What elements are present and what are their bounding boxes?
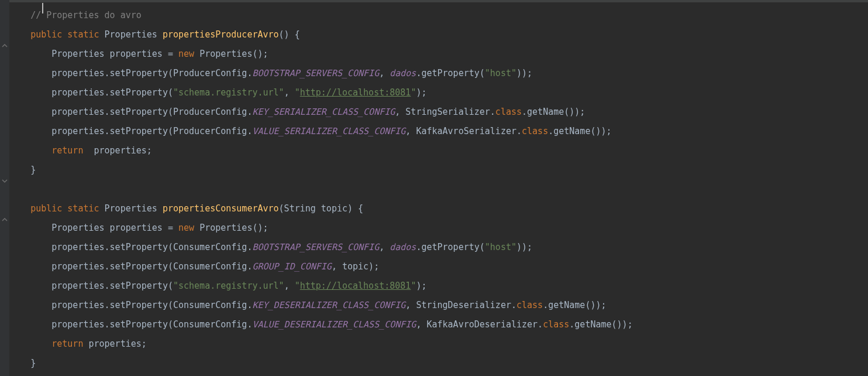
str: "host": [485, 242, 516, 252]
close: ));: [516, 68, 532, 78]
stmt: properties.setProperty(ProducerConfig.: [51, 68, 252, 78]
mid: , StringSerializer.: [395, 107, 495, 117]
str: "schema.registry.url": [173, 281, 284, 291]
collapse-icon[interactable]: [1, 177, 8, 184]
url-link[interactable]: http://localhost:8081: [300, 281, 411, 291]
stmt: properties.setProperty(: [51, 87, 173, 98]
tail: .getProperty(: [416, 68, 484, 78]
stmt: properties.setProperty(ConsumerConfig.: [51, 300, 252, 310]
kw-static: static: [67, 29, 99, 40]
override-icon: [1, 216, 8, 223]
decl-var: properties: [110, 223, 163, 233]
semi: ;: [263, 49, 268, 59]
decl-type: Properties: [51, 223, 104, 233]
url-link[interactable]: http://localhost:8081: [300, 87, 411, 98]
kw-return: return: [51, 339, 83, 349]
stmt: properties.setProperty(ConsumerConfig.: [51, 242, 252, 252]
quote: ": [295, 281, 300, 291]
const: BOOTSTRAP_SERVERS_CONFIG: [252, 68, 379, 78]
quote: ": [295, 87, 300, 98]
comment: // Properties do avro: [30, 10, 142, 20]
close: );: [416, 87, 426, 98]
equals: =: [168, 223, 173, 233]
const: BOOTSTRAP_SERVERS_CONFIG: [252, 242, 379, 252]
equals: =: [168, 49, 173, 59]
tail: .getName());: [522, 107, 585, 117]
field: dados: [390, 68, 416, 78]
method-name: propertiesConsumerAvro: [163, 203, 279, 214]
ctor: Properties(): [199, 223, 263, 233]
return-val: properties;: [83, 339, 146, 349]
close: ));: [516, 242, 532, 252]
mid: , StringDeserializer.: [405, 300, 516, 310]
tail: .getName());: [543, 300, 606, 310]
brace-close: }: [30, 165, 36, 175]
brace-open: {: [290, 29, 300, 40]
kw-class: class: [516, 300, 543, 310]
method-name: propertiesProducerAvro: [163, 29, 279, 40]
stmt: properties.setProperty(ProducerConfig.: [51, 126, 252, 136]
stmt: properties.setProperty(ConsumerConfig.: [51, 319, 252, 330]
comma: ,: [284, 281, 295, 291]
semi: ;: [263, 223, 268, 233]
mid: , KafkaAvroSerializer.: [405, 126, 522, 136]
decl-var: properties: [110, 49, 163, 59]
code-editor[interactable]: // Properties do avro public static Prop…: [9, 0, 868, 376]
ctor: Properties(): [199, 49, 263, 59]
comma: ,: [379, 242, 390, 252]
tail: .getName());: [548, 126, 611, 136]
comma: ,: [379, 68, 390, 78]
const: GROUP_ID_CONFIG: [252, 261, 331, 272]
brace-close: }: [30, 358, 36, 368]
decl-type: Properties: [51, 49, 104, 59]
code-content[interactable]: // Properties do avro public static Prop…: [9, 6, 868, 373]
tail: .getName());: [569, 319, 632, 330]
kw-class: class: [522, 126, 548, 136]
kw-static: static: [67, 203, 99, 214]
comma: ,: [284, 87, 295, 98]
stmt: properties.setProperty(ProducerConfig.: [51, 107, 252, 117]
override-icon: [1, 42, 8, 49]
params: (String topic): [279, 203, 353, 214]
const: VALUE_SERIALIZER_CLASS_CONFIG: [252, 126, 405, 136]
stmt: properties.setProperty(ConsumerConfig.: [51, 261, 252, 272]
kw-public: public: [30, 203, 62, 214]
editor-top-border: [9, 0, 868, 2]
brace-open: {: [353, 203, 363, 214]
kw-new: new: [178, 223, 194, 233]
params: (): [279, 29, 290, 40]
str: "schema.registry.url": [173, 87, 284, 98]
close: );: [416, 281, 426, 291]
return-type: Properties: [105, 203, 157, 214]
kw-class: class: [495, 107, 522, 117]
const: KEY_SERIALIZER_CLASS_CONFIG: [252, 107, 395, 117]
str: "host": [485, 68, 516, 78]
field: dados: [390, 242, 416, 252]
const: VALUE_DESERIALIZER_CLASS_CONFIG: [252, 319, 416, 330]
stmt: properties.setProperty(: [51, 281, 173, 291]
kw-return: return: [51, 145, 83, 156]
tail: , topic);: [332, 261, 379, 272]
const: KEY_DESERIALIZER_CLASS_CONFIG: [252, 300, 405, 310]
tail: .getProperty(: [416, 242, 484, 252]
kw-class: class: [543, 319, 569, 330]
editor-gutter: [0, 0, 9, 376]
return-type: Properties: [105, 29, 157, 40]
text-caret: [42, 3, 43, 13]
kw-new: new: [178, 49, 194, 59]
mid: , KafkaAvroDeserializer.: [416, 319, 543, 330]
return-val: properties;: [83, 145, 151, 156]
kw-public: public: [30, 29, 62, 40]
